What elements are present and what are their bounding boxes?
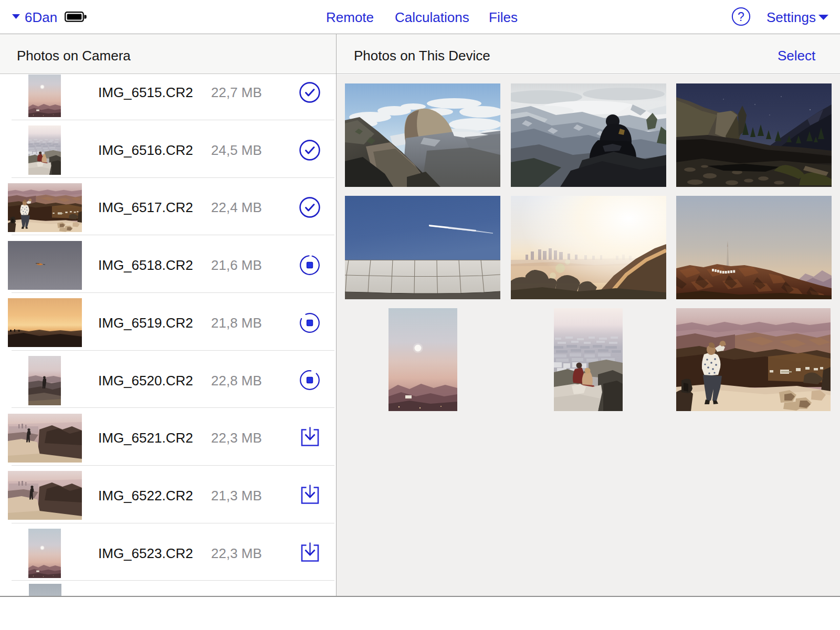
svg-text:?: ? (738, 10, 744, 24)
